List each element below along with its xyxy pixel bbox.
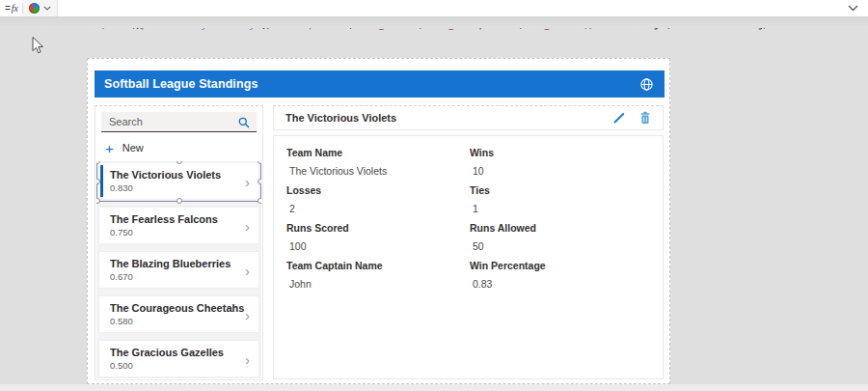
resize-handle[interactable]: [96, 198, 100, 204]
delete-button[interactable]: [639, 111, 651, 125]
form-field: Losses 2: [286, 184, 470, 222]
resize-handle[interactable]: [96, 161, 100, 164]
form-field: Team Name The Victorious Violets: [286, 147, 470, 184]
form-field: Ties 1: [470, 184, 663, 222]
team-name: The Victorious Violets: [110, 169, 235, 181]
list-item[interactable]: The Blazing Blueberries 0.670 ›: [98, 251, 259, 289]
team-name: The Blazing Blueberries: [110, 258, 235, 269]
field-label: Wins: [470, 147, 663, 158]
chevron-right-icon: ›: [245, 262, 250, 278]
list-item[interactable]: The Victorious Violets 0.830 ›: [98, 162, 259, 200]
chevron-right-icon: ›: [245, 217, 250, 234]
search-input[interactable]: [101, 112, 257, 132]
field-label: Losses: [286, 184, 470, 196]
field-label: Team Name: [286, 147, 470, 158]
records-list: The Victorious Violets 0.830 ›: [96, 161, 261, 378]
resize-handle[interactable]: [176, 198, 182, 204]
new-record-button[interactable]: + New: [101, 136, 144, 159]
team-name: The Gracious Gazelles: [110, 347, 235, 358]
search-box: [101, 112, 257, 132]
team-name: The Courageous Cheetahs: [110, 302, 235, 314]
form-field: Win Percentage 0.83: [470, 260, 663, 297]
globe-icon[interactable]: [639, 77, 654, 92]
app-data-sphere-icon: [29, 3, 40, 14]
selected-item-indicator: [100, 165, 103, 197]
field-label: Runs Allowed: [470, 222, 663, 234]
trash-icon: [639, 111, 651, 125]
list-item[interactable]: The Fearless Falcons 0.750 ›: [98, 207, 259, 244]
edit-button[interactable]: [612, 111, 626, 125]
records-list-panel: + New The Victorious Violets 0.830 ›: [95, 105, 263, 380]
resize-handle[interactable]: [258, 198, 261, 204]
chevron-down-icon: [43, 6, 51, 11]
search-icon[interactable]: [238, 117, 250, 128]
equals-icon: =: [5, 3, 11, 14]
field-value: John: [286, 278, 470, 290]
pencil-icon: [612, 111, 626, 125]
formula-bar: = fx Sort(Search([@'Softball League Stan…: [0, 0, 868, 17]
team-name: The Fearless Falcons: [110, 213, 235, 225]
resize-handle[interactable]: [258, 179, 261, 184]
chevron-right-icon: ›: [245, 173, 250, 189]
form-field: Wins 10: [470, 147, 663, 184]
win-percentage-value: 0.500: [110, 360, 235, 371]
detail-header-bar: The Victorious Violets: [273, 105, 664, 130]
list-item[interactable]: The Gracious Gazelles 0.500 ›: [98, 340, 259, 377]
field-value: 100: [286, 240, 470, 252]
detail-record-title: The Victorious Violets: [274, 112, 396, 124]
form-field: Runs Scored 100: [286, 222, 470, 260]
field-label: Win Percentage: [470, 260, 663, 271]
field-label: Ties: [470, 184, 663, 196]
win-percentage-value: 0.670: [110, 271, 235, 282]
property-selector-dropdown[interactable]: [23, 0, 58, 16]
resize-handle[interactable]: [176, 161, 182, 164]
app-title-bar[interactable]: Softball League Standings: [95, 70, 665, 98]
app-canvas-screen: Softball League Standings + New: [87, 58, 670, 384]
detail-actions: [612, 111, 663, 125]
field-value: 10: [470, 165, 663, 177]
chevron-right-icon: ›: [245, 350, 250, 367]
canvas-bottom-edge: [0, 384, 868, 391]
win-percentage-value: 0.580: [110, 316, 235, 326]
plus-icon: +: [105, 141, 114, 155]
record-detail-form: Team Name The Victorious Violets Wins 10…: [273, 135, 664, 379]
field-value: 2: [286, 203, 470, 214]
powerapps-studio: = fx Sort(Search([@'Softball League Stan…: [0, 0, 868, 391]
form-field: Runs Allowed 50: [470, 222, 663, 260]
new-label: New: [122, 142, 144, 154]
list-item[interactable]: The Courageous Cheetahs 0.580 ›: [98, 295, 259, 333]
resize-handle[interactable]: [258, 161, 261, 164]
formula-bar-expand-button[interactable]: [838, 5, 868, 12]
page-title: Softball League Standings: [95, 77, 258, 91]
chevron-right-icon: ›: [245, 306, 250, 322]
field-label: Team Captain Name: [286, 260, 470, 271]
field-value: 0.83: [470, 278, 663, 290]
control-selection-outline: [96, 161, 261, 202]
win-percentage-value: 0.750: [110, 227, 235, 237]
win-percentage-value: 0.830: [110, 182, 235, 193]
toolbar-shadow-strip: [0, 17, 868, 28]
mouse-cursor-icon: [32, 37, 44, 55]
field-value: 1: [470, 203, 663, 214]
field-value: 50: [470, 240, 663, 252]
form-field: Team Captain Name John: [286, 260, 470, 297]
fx-icon: fx: [12, 3, 18, 14]
chevron-down-icon: [848, 5, 858, 12]
field-label: Runs Scored: [286, 222, 470, 234]
field-value: The Victorious Violets: [286, 165, 470, 177]
